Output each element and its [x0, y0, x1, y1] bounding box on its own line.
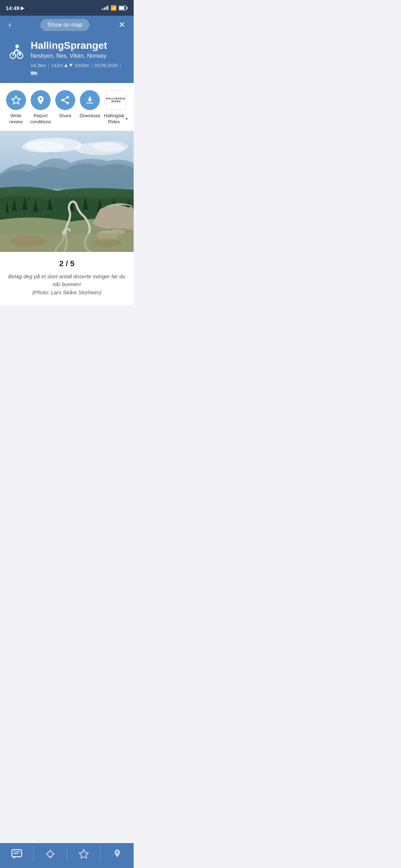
svg-point-29 — [93, 239, 121, 247]
battery-icon — [119, 6, 128, 10]
download-icon-circle — [80, 90, 100, 110]
elevation-up: 142m — [51, 63, 73, 68]
route-header: HallingSpranget Nesbyen, Nes, Viken, Nor… — [0, 34, 134, 83]
svg-point-23 — [21, 141, 64, 153]
share-label: Share — [59, 113, 72, 119]
back-label: ‹ — [9, 20, 11, 29]
write-review-label: Writereview — [9, 113, 23, 125]
close-button[interactable]: ✕ — [116, 17, 128, 32]
svg-rect-20 — [87, 103, 93, 103]
report-conditions-icon-circle — [31, 90, 51, 110]
route-photo[interactable] — [0, 131, 134, 252]
status-icons: 📶 — [102, 5, 128, 11]
route-stats: 14.3km | 142m 1033m | 03.09.2020 | — [31, 63, 128, 76]
route-info: HallingSpranget Nesbyen, Nes, Viken, Nor… — [31, 40, 128, 76]
svg-point-25 — [93, 141, 128, 151]
truck-icon — [31, 70, 38, 76]
hallingdal-rides-label: HallingdalRides — [104, 113, 124, 125]
bottom-spacer — [0, 305, 134, 330]
download-action[interactable]: Download — [79, 90, 101, 119]
caption-section: 2 / 5 Belag deg på et stort antall doser… — [0, 252, 134, 305]
download-icon — [85, 95, 95, 105]
photo-counter: 2 / 5 — [7, 259, 127, 268]
write-review-action[interactable]: Writereview — [5, 90, 27, 125]
back-button[interactable]: ‹ — [6, 17, 14, 32]
share-icon-circle — [55, 90, 75, 110]
svg-line-19 — [64, 98, 67, 100]
svg-rect-2 — [119, 6, 124, 9]
hallingdal-rides-action[interactable]: HALLINGDALRIDES HallingdalRides ▼ — [104, 90, 128, 125]
landscape-image — [0, 131, 134, 252]
route-date: 03.09.2020 — [94, 63, 118, 68]
location-icon: ▶ — [21, 5, 24, 11]
dropdown-arrow-icon: ▼ — [125, 117, 128, 121]
cycling-icon — [6, 41, 26, 61]
location-pin-icon — [36, 95, 46, 105]
write-review-icon-circle — [6, 90, 26, 110]
route-location: Nesbyen, Nes, Viken, Norway — [31, 53, 128, 59]
svg-line-18 — [64, 101, 67, 103]
up-triangle — [64, 64, 68, 67]
route-name: HallingSpranget — [31, 40, 128, 51]
close-label: ✕ — [119, 20, 125, 29]
signal-strength — [102, 6, 108, 10]
distance: 14.3km — [31, 63, 46, 68]
svg-marker-14 — [12, 96, 20, 104]
hallingdal-text: HALLINGDALRIDES — [106, 97, 126, 103]
svg-rect-11 — [31, 72, 35, 74]
time-display: 14:49 — [6, 5, 19, 11]
status-bar: 14:49 ▶ 📶 — [0, 0, 134, 16]
caption-text: Belag deg på et stort antall doserte svi… — [8, 273, 125, 288]
nav-bar: ‹ Show on map ✕ — [0, 16, 134, 34]
hallingdal-logo: HALLINGDALRIDES — [106, 90, 126, 110]
svg-point-15 — [66, 96, 69, 98]
svg-point-28 — [11, 236, 46, 247]
svg-point-5 — [15, 45, 19, 48]
star-icon — [11, 95, 21, 105]
hallingdal-label-container: HallingdalRides ▼ — [104, 113, 128, 125]
share-action[interactable]: Share — [55, 90, 76, 119]
share-icon — [60, 95, 70, 105]
action-bar: Writereview Reportconditions Share — [0, 83, 134, 131]
svg-rect-1 — [127, 7, 128, 9]
svg-point-12 — [31, 74, 33, 76]
elevation-down: 1033m — [75, 63, 89, 68]
wifi-icon: 📶 — [110, 5, 117, 11]
photo-credit: (Photo: Lars Skåre Storheim) — [32, 289, 101, 295]
svg-point-16 — [61, 99, 64, 102]
report-conditions-label: Reportconditions — [30, 113, 51, 125]
show-on-map-button[interactable]: Show on map — [40, 19, 89, 31]
download-label: Download — [79, 113, 100, 119]
svg-point-17 — [66, 102, 69, 104]
report-conditions-action[interactable]: Reportconditions — [30, 90, 51, 125]
down-triangle — [69, 64, 73, 67]
status-time: 14:49 ▶ — [6, 5, 24, 11]
svg-point-13 — [36, 74, 37, 76]
photo-caption: Belag deg på et stort antall doserte svi… — [7, 273, 127, 297]
